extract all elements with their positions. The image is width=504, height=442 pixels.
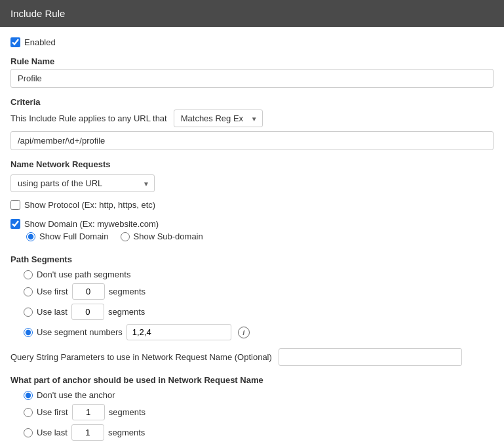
show-domain-label[interactable]: Show Domain (Ex: mywebsite.com) [10,219,494,229]
name-network-requests-label: Name Network Requests [10,159,494,169]
path-last-suffix: segments [108,307,145,317]
url-parts-dropdown-wrapper: using parts of the URL using the full UR… [10,174,155,192]
path-first-suffix: segments [109,287,145,296]
anchor-last-text: Use last [37,428,68,437]
anchor-label: What part of anchor should be used in Ne… [10,375,494,385]
show-full-domain-radio[interactable] [26,232,35,241]
anchor-none-radio[interactable] [24,391,33,400]
show-domain-checkbox[interactable] [10,219,20,229]
show-full-domain-label[interactable]: Show Full Domain [26,231,109,241]
criteria-label: Criteria [10,97,494,107]
path-numbers-input[interactable] [126,324,231,340]
path-segments-section: Path Segments Don't use path segments Us… [10,254,494,340]
path-numbers-info-icon[interactable]: i [238,327,250,338]
anchor-first-radio[interactable] [24,408,33,417]
show-protocol-checkbox[interactable] [10,200,20,210]
show-protocol-field: Show Protocol (Ex: http, https, etc) [10,200,494,210]
domain-options: Show Full Domain Show Sub-domain [26,231,494,245]
show-domain-field: Show Domain (Ex: mywebsite.com) Show Ful… [10,219,494,245]
show-full-domain-text: Show Full Domain [39,231,109,241]
name-network-requests-section: Name Network Requests using parts of the… [10,159,494,192]
query-string-field: Query String Parameters to use in Networ… [10,348,494,366]
anchor-section: What part of anchor should be used in Ne… [10,375,494,442]
rule-name-input[interactable] [10,69,494,88]
show-protocol-text: Show Protocol (Ex: http, https, etc) [24,200,155,210]
path-last-radio[interactable] [24,308,33,317]
enabled-checkbox-label[interactable]: Enabled [10,37,494,47]
path-numbers-row: Use segment numbers i [24,324,494,340]
path-first-label[interactable]: Use first segments [24,283,494,300]
path-numbers-text: Use segment numbers [37,327,123,337]
show-subdomain-radio[interactable] [121,232,130,241]
url-pattern-input[interactable] [10,131,494,150]
enabled-field: Enabled [10,37,494,47]
anchor-last-radio[interactable] [24,428,33,437]
path-last-count[interactable] [71,304,104,320]
rule-name-field: Rule Name [10,56,494,88]
match-type-wrapper: Matches Reg Ex Contains Equals ▼ [174,110,263,127]
path-none-label[interactable]: Don't use path segments [24,270,494,279]
criteria-field: Criteria This Include Rule applies to an… [10,97,494,150]
path-none-radio[interactable] [24,270,33,279]
path-first-radio[interactable] [24,287,33,296]
path-segments-label: Path Segments [10,254,494,264]
show-subdomain-text: Show Sub-domain [134,231,203,241]
anchor-none-text: Don't use the anchor [37,390,115,400]
page-title: Include Rule [10,8,65,19]
path-numbers-radio[interactable] [24,328,33,337]
title-bar: Include Rule [0,0,504,27]
path-last-label[interactable]: Use last segments [24,304,494,320]
match-type-select[interactable]: Matches Reg Ex Contains Equals [174,110,263,127]
path-first-text: Use first [37,287,68,296]
anchor-first-count[interactable] [72,404,105,420]
path-last-text: Use last [37,307,68,317]
anchor-first-label[interactable]: Use first segments [24,404,494,420]
anchor-none-label[interactable]: Don't use the anchor [24,390,494,400]
enabled-checkbox[interactable] [10,37,20,47]
anchor-last-label[interactable]: Use last segments [24,424,494,441]
anchor-first-text: Use first [37,407,68,417]
anchor-first-suffix: segments [109,407,145,417]
criteria-description: This Include Rule applies to any URL tha… [10,113,167,123]
query-string-label: Query String Parameters to use in Networ… [10,352,272,362]
enabled-label: Enabled [24,37,56,47]
show-subdomain-label[interactable]: Show Sub-domain [121,231,203,241]
criteria-row: This Include Rule applies to any URL tha… [10,110,494,127]
path-none-text: Don't use path segments [37,270,130,279]
query-string-input[interactable] [279,348,462,366]
show-domain-text: Show Domain (Ex: mywebsite.com) [24,219,159,229]
rule-name-label: Rule Name [10,56,494,66]
anchor-last-count[interactable] [71,424,104,441]
path-first-count[interactable] [72,283,105,300]
url-parts-select[interactable]: using parts of the URL using the full UR… [10,174,155,192]
show-protocol-label[interactable]: Show Protocol (Ex: http, https, etc) [10,200,494,210]
anchor-last-suffix: segments [108,428,145,437]
